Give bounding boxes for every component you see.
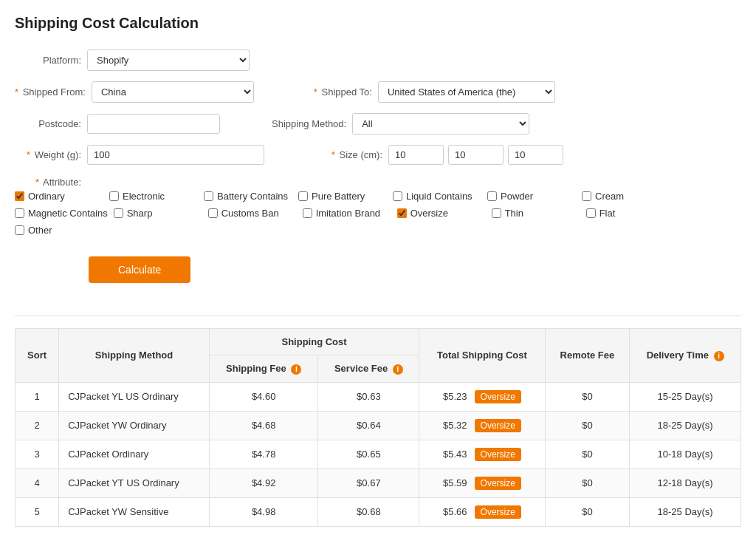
attr-liquid-contains[interactable]: Liquid Contains bbox=[393, 191, 481, 202]
cell-sort: 2 bbox=[16, 411, 59, 440]
oversize-badge: Oversize bbox=[475, 390, 521, 403]
cell-method: CJPacket YW Ordinary bbox=[59, 411, 210, 440]
cell-delivery-time: 18-25 Day(s) bbox=[630, 497, 741, 526]
shipping-method-select[interactable]: All CJPacket ePacket DHL FedEx bbox=[352, 113, 529, 134]
cell-method: CJPacket YT US Ordinary bbox=[59, 468, 210, 497]
size-h-input[interactable] bbox=[508, 145, 563, 165]
postcode-shipping-row: Postcode: Shipping Method: All CJPacket … bbox=[15, 113, 741, 134]
attr-battery-contains-checkbox[interactable] bbox=[204, 191, 213, 201]
attr-thin-checkbox[interactable] bbox=[492, 208, 501, 218]
cell-delivery-time: 10-18 Day(s) bbox=[630, 440, 741, 468]
attribute-label: * Attribute: bbox=[15, 175, 81, 188]
col-method-header: Shipping Method bbox=[59, 329, 210, 383]
attr-thin[interactable]: Thin bbox=[492, 208, 580, 219]
attr-magnetic-contains-checkbox[interactable] bbox=[15, 208, 24, 218]
cell-shipping-fee: $4.68 bbox=[209, 411, 318, 440]
col-shipping-cost-header: Shipping Cost bbox=[209, 329, 419, 355]
attr-pure-battery[interactable]: Pure Battery bbox=[298, 191, 387, 202]
attribute-checkboxes: Ordinary Electronic Battery Contains Pur… bbox=[15, 188, 741, 239]
attr-other-checkbox[interactable] bbox=[15, 225, 24, 235]
col-remote-fee-header: Remote Fee bbox=[545, 329, 630, 383]
size-group: * Size (cm): bbox=[316, 145, 563, 165]
cell-method: CJPacket Ordinary bbox=[59, 440, 210, 468]
cell-sort: 4 bbox=[16, 468, 59, 497]
attr-flat-checkbox[interactable] bbox=[586, 208, 596, 218]
attr-ordinary-checkbox[interactable] bbox=[15, 191, 24, 201]
table-row: 5 CJPacket YW Sensitive $4.98 $0.68 $5.6… bbox=[16, 497, 741, 526]
attr-liquid-contains-checkbox[interactable] bbox=[393, 191, 402, 201]
oversize-badge: Oversize bbox=[475, 448, 521, 461]
shipping-method-label: Shipping Method: bbox=[272, 118, 346, 129]
platform-label: Platform: bbox=[15, 55, 81, 66]
delivery-time-info-icon[interactable]: i bbox=[714, 351, 724, 361]
col-delivery-time-header: Delivery Time i bbox=[630, 329, 741, 383]
attr-magnetic-contains[interactable]: Magnetic Contains bbox=[15, 208, 108, 219]
size-label: * Size (cm): bbox=[316, 149, 382, 160]
col-shipping-fee-header: Shipping Fee i bbox=[209, 355, 318, 383]
size-l-input[interactable] bbox=[388, 145, 444, 165]
shipping-method-group: Shipping Method: All CJPacket ePacket DH… bbox=[272, 113, 529, 134]
oversize-badge: Oversize bbox=[475, 505, 521, 519]
attr-electronic-checkbox[interactable] bbox=[109, 191, 119, 201]
attr-powder[interactable]: Powder bbox=[487, 191, 576, 202]
cell-service-fee: $0.68 bbox=[318, 497, 419, 526]
attr-electronic[interactable]: Electronic bbox=[109, 191, 198, 202]
table-row: 4 CJPacket YT US Ordinary $4.92 $0.67 $5… bbox=[16, 468, 741, 497]
attr-imitation-brand[interactable]: Imitation Brand bbox=[303, 208, 391, 219]
col-total-header: Total Shipping Cost bbox=[419, 329, 545, 383]
cell-shipping-fee: $4.98 bbox=[209, 497, 318, 526]
attr-sharp[interactable]: Sharp bbox=[114, 208, 202, 219]
size-w-input[interactable] bbox=[448, 145, 504, 165]
attr-flat[interactable]: Flat bbox=[586, 208, 675, 219]
cell-shipping-fee: $4.60 bbox=[209, 382, 318, 411]
shipped-to-group: * Shipped To: United States of America (… bbox=[306, 81, 555, 103]
shipped-from-label: * Shipped From: bbox=[15, 86, 86, 98]
attr-oversize[interactable]: Oversize bbox=[397, 208, 486, 219]
shipped-from-group: * Shipped From: China United States Germ… bbox=[15, 81, 254, 103]
cell-total: $5.32 Oversize bbox=[419, 411, 545, 440]
cell-total: $5.59 Oversize bbox=[419, 468, 545, 497]
oversize-badge: Oversize bbox=[475, 477, 521, 490]
attr-other[interactable]: Other bbox=[15, 225, 735, 236]
shipped-from-required: * bbox=[15, 86, 18, 98]
weight-label: * Weight (g): bbox=[15, 149, 81, 160]
table-row: 3 CJPacket Ordinary $4.78 $0.65 $5.43 Ov… bbox=[16, 440, 741, 468]
cell-total: $5.66 Oversize bbox=[419, 497, 545, 526]
attr-pure-battery-checkbox[interactable] bbox=[298, 191, 308, 201]
postcode-input[interactable] bbox=[87, 114, 220, 134]
attr-powder-checkbox[interactable] bbox=[487, 191, 497, 201]
attr-customs-ban[interactable]: Customs Ban bbox=[208, 208, 297, 219]
attr-cream-checkbox[interactable] bbox=[582, 191, 591, 201]
cell-remote-fee: $0 bbox=[545, 468, 630, 497]
attr-sharp-checkbox[interactable] bbox=[114, 208, 123, 218]
attr-oversize-checkbox[interactable] bbox=[397, 208, 407, 218]
weight-group: * Weight (g): bbox=[15, 145, 264, 165]
table-row: 1 CJPacket YL US Ordinary $4.60 $0.63 $5… bbox=[16, 382, 741, 411]
attr-ordinary[interactable]: Ordinary bbox=[15, 191, 103, 202]
platform-row: Platform: Shopify WooCommerce Magento Ot… bbox=[15, 50, 741, 71]
shipping-fee-info-icon[interactable]: i bbox=[291, 364, 301, 375]
attr-battery-contains[interactable]: Battery Contains bbox=[204, 191, 292, 202]
col-service-fee-header: Service Fee i bbox=[318, 355, 419, 383]
postcode-label: Postcode: bbox=[15, 118, 81, 129]
shipped-to-select[interactable]: United States of America (the) China Ger… bbox=[378, 81, 555, 103]
platform-select[interactable]: Shopify WooCommerce Magento Other bbox=[87, 50, 250, 71]
cell-service-fee: $0.67 bbox=[318, 468, 419, 497]
cell-sort: 3 bbox=[16, 440, 59, 468]
weight-input[interactable] bbox=[87, 145, 264, 165]
attr-cream[interactable]: Cream bbox=[582, 191, 670, 202]
attr-customs-ban-checkbox[interactable] bbox=[208, 208, 218, 218]
cell-total: $5.23 Oversize bbox=[419, 382, 545, 411]
shipped-from-select[interactable]: China United States Germany bbox=[92, 81, 254, 103]
cell-remote-fee: $0 bbox=[545, 440, 630, 468]
size-inputs-group bbox=[388, 145, 563, 165]
service-fee-info-icon[interactable]: i bbox=[393, 364, 403, 375]
calculate-button[interactable]: Calculate bbox=[89, 256, 190, 283]
attr-imitation-brand-checkbox[interactable] bbox=[303, 208, 312, 218]
table-header-row-1: Sort Shipping Method Shipping Cost Total… bbox=[16, 329, 741, 355]
page-title: Shipping Cost Calculation bbox=[15, 15, 741, 32]
attribute-row: * Attribute: Ordinary Electronic Battery… bbox=[15, 175, 741, 239]
shipping-form: Platform: Shopify WooCommerce Magento Ot… bbox=[15, 50, 741, 301]
cell-delivery-time: 15-25 Day(s) bbox=[630, 382, 741, 411]
results-tbody: 1 CJPacket YL US Ordinary $4.60 $0.63 $5… bbox=[16, 382, 741, 526]
